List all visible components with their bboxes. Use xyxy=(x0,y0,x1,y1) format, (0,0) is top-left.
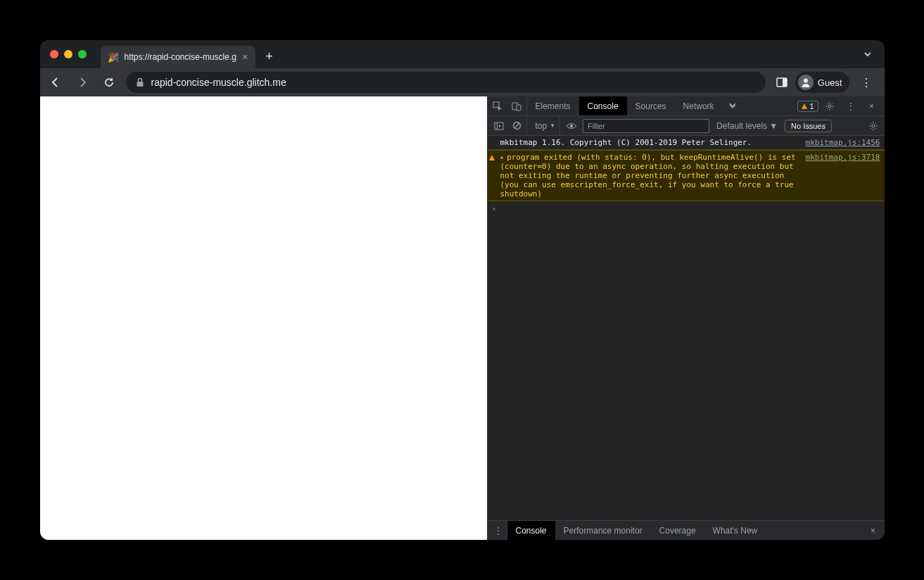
warning-count: 1 xyxy=(809,102,814,111)
console-prompt[interactable]: › xyxy=(488,201,885,216)
log-row-warning[interactable]: ▸program exited (with status: 0), but ke… xyxy=(488,150,885,201)
minimize-window-button[interactable] xyxy=(64,50,72,58)
address-bar[interactable]: rapid-concise-muscle.glitch.me xyxy=(126,72,766,93)
device-toolbar-icon[interactable] xyxy=(507,96,527,115)
expand-caret-icon[interactable]: ▸ xyxy=(500,153,505,162)
inspect-element-icon[interactable] xyxy=(488,96,507,115)
devtools-menu-icon[interactable]: ⋮ xyxy=(841,101,861,111)
svg-rect-2 xyxy=(783,78,787,87)
browser-toolbar: rapid-concise-muscle.glitch.me Guest ⋮ xyxy=(40,68,885,96)
console-output[interactable]: mkbitmap 1.16. Copyright (C) 2001-2019 P… xyxy=(488,136,885,520)
warning-triangle-icon xyxy=(489,153,495,163)
back-button[interactable] xyxy=(46,72,65,92)
log-row-info[interactable]: mkbitmap 1.16. Copyright (C) 2001-2019 P… xyxy=(488,136,885,150)
dropdown-triangle-icon: ▼ xyxy=(550,122,555,129)
svg-point-7 xyxy=(828,105,831,108)
close-window-button[interactable] xyxy=(50,50,58,58)
execution-context-selector[interactable]: top ▼ xyxy=(531,116,561,135)
tab-search-button[interactable] xyxy=(856,50,879,58)
filter-placeholder: Filter xyxy=(588,122,605,130)
svg-point-13 xyxy=(872,125,875,127)
devtools-panel: Elements Console Sources Network 1 ⋮ xyxy=(487,96,885,540)
log-levels-selector[interactable]: Default levels ▼ xyxy=(712,121,782,131)
warnings-badge[interactable]: 1 xyxy=(797,101,818,112)
live-expression-icon[interactable] xyxy=(563,118,580,134)
maximize-window-button[interactable] xyxy=(78,50,87,58)
prompt-caret-icon: › xyxy=(492,204,497,213)
tab-console[interactable]: Console xyxy=(579,96,627,115)
page-viewport[interactable] xyxy=(40,96,487,540)
close-tab-icon[interactable]: × xyxy=(242,51,248,63)
avatar-icon xyxy=(798,75,814,90)
log-message: mkbitmap 1.16. Copyright (C) 2001-2019 P… xyxy=(500,138,799,147)
dropdown-triangle-icon: ▼ xyxy=(769,121,778,131)
issues-button[interactable]: No Issues xyxy=(785,120,832,132)
log-source-link[interactable]: mkbitmap.js:3718 xyxy=(799,153,880,198)
devtools-drawer: ⋮ Console Performance monitor Coverage W… xyxy=(488,520,885,540)
url-text: rapid-concise-muscle.glitch.me xyxy=(151,77,286,88)
chrome-menu-button[interactable]: ⋮ xyxy=(856,76,876,89)
levels-label: Default levels xyxy=(716,121,767,131)
svg-line-11 xyxy=(514,123,519,128)
tab-favicon: 🎉 xyxy=(108,52,119,63)
reload-button[interactable] xyxy=(99,72,119,92)
drawer-close-icon[interactable]: × xyxy=(865,526,882,536)
profile-button[interactable]: Guest xyxy=(795,72,849,93)
console-settings-icon[interactable] xyxy=(865,118,882,134)
tab-strip: 🎉 https://rapid-concise-muscle.g × + xyxy=(40,40,885,68)
svg-point-3 xyxy=(804,79,808,83)
log-message: ▸program exited (with status: 0), but ke… xyxy=(500,153,799,198)
warning-triangle-icon xyxy=(802,103,807,109)
console-filter-input[interactable]: Filter xyxy=(583,119,709,133)
drawer-tab-performance-monitor[interactable]: Performance monitor xyxy=(555,521,651,540)
tab-elements[interactable]: Elements xyxy=(527,96,579,115)
log-source-link[interactable]: mkbitmap.js:1456 xyxy=(799,138,880,147)
side-panel-icon[interactable] xyxy=(776,76,788,89)
drawer-menu-icon[interactable]: ⋮ xyxy=(491,521,507,540)
toolbar-right: Guest ⋮ xyxy=(773,72,879,93)
console-toolbar: top ▼ Filter Default levels ▼ No Issues xyxy=(488,116,885,136)
devtools-settings-icon[interactable] xyxy=(820,101,840,111)
window-controls xyxy=(46,50,92,58)
svg-rect-6 xyxy=(517,105,521,111)
lock-icon xyxy=(136,77,144,87)
svg-rect-0 xyxy=(137,82,143,87)
drawer-tab-whats-new[interactable]: What's New xyxy=(704,521,766,540)
clear-console-icon[interactable] xyxy=(510,118,527,134)
context-label: top xyxy=(536,121,548,131)
drawer-tab-console[interactable]: Console xyxy=(507,521,555,540)
tab-title: https://rapid-concise-muscle.g xyxy=(125,52,237,62)
forward-button[interactable] xyxy=(72,72,92,92)
more-tabs-icon[interactable] xyxy=(723,96,742,115)
new-tab-button[interactable]: + xyxy=(260,46,279,66)
tab-network[interactable]: Network xyxy=(675,96,723,115)
content-area: Elements Console Sources Network 1 ⋮ xyxy=(40,96,885,540)
profile-label: Guest xyxy=(818,77,842,88)
browser-tab[interactable]: 🎉 https://rapid-concise-muscle.g × xyxy=(101,46,255,68)
devtools-close-icon[interactable]: × xyxy=(862,101,882,111)
tab-sources[interactable]: Sources xyxy=(627,96,675,115)
svg-point-12 xyxy=(570,124,573,127)
toggle-sidebar-icon[interactable] xyxy=(491,118,507,134)
devtools-tabstrip: Elements Console Sources Network 1 ⋮ xyxy=(488,96,885,116)
drawer-tab-coverage[interactable]: Coverage xyxy=(651,521,704,540)
browser-window: 🎉 https://rapid-concise-muscle.g × + rap… xyxy=(40,40,885,540)
